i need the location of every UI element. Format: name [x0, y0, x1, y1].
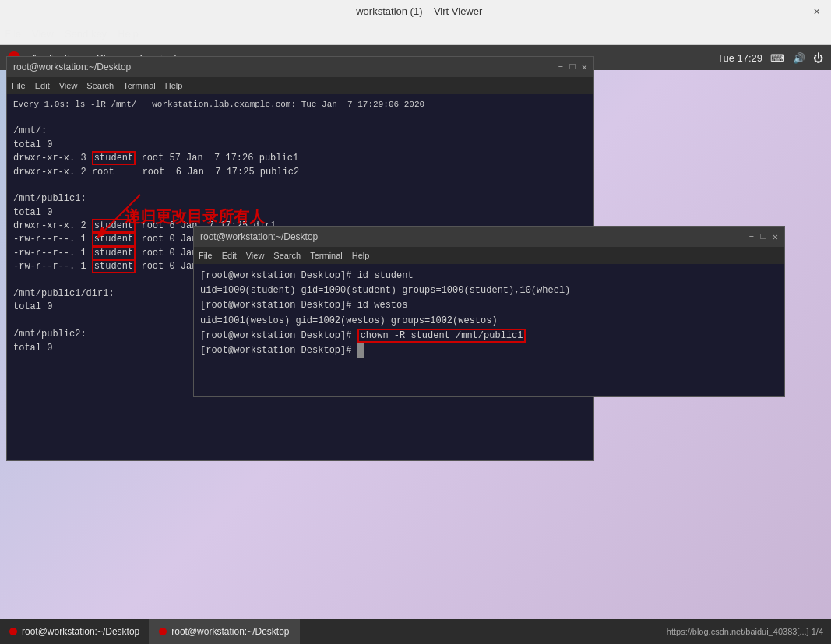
term1-menu-edit[interactable]: Edit [35, 81, 50, 90]
highlight-student-1: student [92, 151, 136, 165]
window-title: workstation (1) – Virt Viewer [30, 5, 809, 17]
taskbar-item-2-label: root@workstation:~/Desktop [171, 626, 289, 637]
term1-menu-help[interactable]: Help [165, 81, 183, 90]
term2-line1: [root@workstation Desktop]# id student [200, 269, 778, 283]
term2-menu-file[interactable]: File [199, 251, 213, 260]
term2-close[interactable]: ✕ [773, 231, 778, 243]
annotation-arrow [93, 191, 156, 238]
taskbar-right: https://blog.csdn.net/baidui_40383[...] … [667, 627, 831, 636]
term1-line-header: Every 1.0s: ls -lR /mnt/ workstation.lab… [13, 99, 587, 111]
taskbar-item-2[interactable]: root@workstation:~/Desktop [150, 619, 299, 644]
desktop: root@workstation:~/Desktop – □ ✕ File Ed… [0, 47, 831, 619]
term1-total0-1: total 0 [13, 139, 587, 152]
outer-menu-sendkey[interactable]: Send key [65, 28, 107, 40]
term1-menu-bar: File Edit View Search Terminal Help [7, 77, 593, 94]
taskbar-dot-1 [9, 628, 17, 635]
term2-line2: uid=1000(student) gid=1000(student) grou… [200, 283, 778, 298]
taskbar-dot-2 [159, 628, 167, 635]
term1-close[interactable]: ✕ [582, 62, 587, 73]
term1-title-bar: root@workstation:~/Desktop – □ ✕ [7, 57, 593, 77]
term1-menu-view[interactable]: View [59, 81, 78, 90]
term1-public2-row: drwxr-xr-x. 2 root root 6 Jan 7 17:25 pu… [13, 166, 587, 179]
term2-menu-search[interactable]: Search [273, 251, 301, 260]
highlight-student-4: student [92, 246, 136, 260]
term2-maximize[interactable]: □ [761, 231, 766, 242]
taskbar-url-text: https://blog.csdn.net/baidui_40383[...] … [667, 627, 823, 636]
term2-content: [root@workstation Desktop]# id student u… [194, 264, 784, 396]
outer-menu-help[interactable]: Help [118, 28, 139, 40]
term1-mnt-header: /mnt/: [13, 125, 587, 138]
term2-line6: [root@workstation Desktop]# [200, 343, 778, 358]
term1-menu-terminal[interactable]: Terminal [123, 81, 156, 90]
term1-public1-row: drwxr-xr-x. 3 student root 57 Jan 7 17:2… [13, 152, 587, 165]
term2-menu-terminal[interactable]: Terminal [310, 251, 343, 260]
term1-controls: – □ ✕ [558, 62, 587, 73]
term2-line3: [root@workstation Desktop]# id westos [200, 298, 778, 313]
term1-maximize[interactable]: □ [570, 62, 576, 72]
term2-menu-help[interactable]: Help [352, 251, 370, 260]
taskbar-left: root@workstation:~/Desktop root@workstat… [0, 619, 300, 644]
term2-controls: – □ ✕ [748, 231, 778, 243]
annotation-container: 递归更改目录所有人 [125, 206, 265, 227]
highlight-student-5: student [92, 259, 136, 273]
term2-menu-view[interactable]: View [246, 251, 265, 260]
taskbar-item-1-label: root@workstation:~/Desktop [22, 626, 139, 637]
term2-title-bar: root@workstation:~/Desktop – □ ✕ [194, 227, 784, 247]
close-button[interactable]: ✕ [809, 3, 825, 19]
term1-menu-search[interactable]: Search [86, 81, 114, 90]
outer-title-bar: workstation (1) – Virt Viewer ✕ [0, 0, 831, 23]
terminal-window-2: root@workstation:~/Desktop – □ ✕ File Ed… [193, 226, 785, 397]
taskbar-item-1[interactable]: root@workstation:~/Desktop [0, 619, 150, 644]
term2-title: root@workstation:~/Desktop [200, 231, 318, 242]
taskbar: root@workstation:~/Desktop root@workstat… [0, 619, 831, 644]
term2-menu-edit[interactable]: Edit [222, 251, 237, 260]
outer-menu-bar: File View Send key Help [0, 23, 831, 45]
svg-line-1 [105, 195, 140, 230]
term1-minimize[interactable]: – [558, 62, 563, 72]
outer-menu-file[interactable]: File [5, 28, 21, 40]
highlight-chown-cmd: chown -R student /mnt/public1 [357, 329, 526, 343]
term1-menu-file[interactable]: File [12, 81, 26, 90]
term2-menu-bar: File Edit View Search Terminal Help [194, 247, 784, 264]
term1-title: root@workstation:~/Desktop [13, 62, 131, 72]
term2-minimize[interactable]: – [748, 231, 754, 242]
outer-menu-view[interactable]: View [32, 28, 54, 40]
term2-line5: [root@workstation Desktop]# chown -R stu… [200, 329, 778, 343]
term2-line4: uid=1001(westos) gid=1002(westos) groups… [200, 314, 778, 329]
